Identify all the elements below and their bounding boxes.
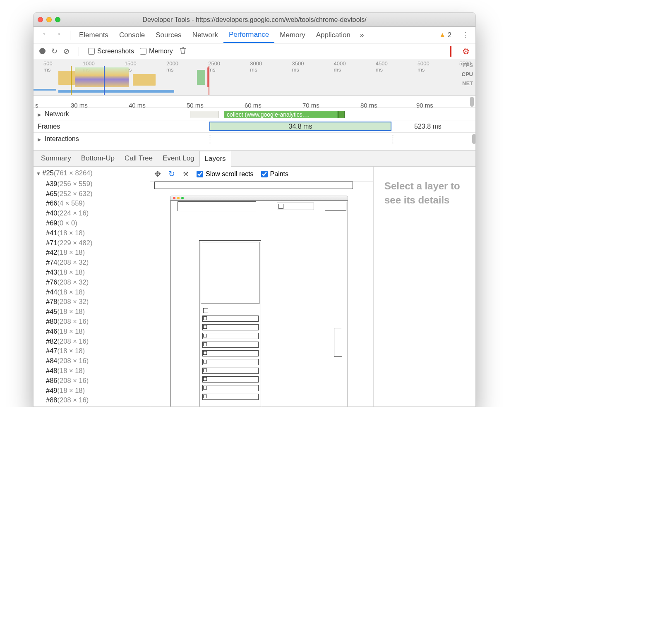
layer-tree-item[interactable]: #86(208 × 16) (34, 376, 150, 386)
ruler-tick: 80 ms (360, 102, 377, 109)
frame-off-label: 523.8 ms (414, 120, 442, 132)
tab-console[interactable]: Console (114, 27, 150, 43)
device-toggle-icon[interactable] (52, 30, 67, 40)
record-button[interactable] (39, 48, 46, 54)
frames-track[interactable]: Frames 34.8 ms 523.8 ms (34, 120, 475, 133)
layer-tree-item[interactable]: #25(761 × 8264) (34, 168, 150, 179)
settings-gear-icon[interactable]: ⚙ (462, 46, 470, 56)
divider (455, 31, 455, 40)
layers-canvas-toolbar: ✥ ↻ ⤧ Slow scroll rects Paints (150, 167, 373, 182)
tab-application[interactable]: Application (311, 27, 356, 43)
layer-tree-item[interactable]: #80(208 × 16) (34, 317, 150, 327)
slow-scroll-rects-checkbox[interactable]: Slow scroll rects (197, 170, 254, 178)
network-request-block[interactable]: collect (www.google-analytics.… (224, 111, 338, 118)
reload-icon[interactable]: ↻ (51, 47, 58, 56)
layer-tree-item[interactable]: #82(208 × 16) (34, 337, 150, 347)
main-tabbar: ElementsConsoleSourcesNetworkPerformance… (34, 27, 475, 43)
layer-tree[interactable]: #25(761 × 8264)#39(256 × 559)#65(252 × 6… (34, 167, 150, 406)
ruler-tick: 70 ms (302, 102, 319, 109)
ruler-tick: s (35, 102, 38, 109)
layer-tree-item[interactable]: #74(208 × 32) (34, 258, 150, 268)
tab-sources[interactable]: Sources (150, 27, 187, 43)
layer-tree-item[interactable]: #84(208 × 16) (34, 356, 150, 366)
divider (70, 31, 70, 40)
layer-tree-item[interactable]: #88(208 × 16) (34, 395, 150, 405)
network-idle-block (190, 111, 219, 118)
layer-tree-item[interactable]: #40(224 × 16) (34, 208, 150, 218)
reset-view-icon[interactable]: ⤧ (182, 169, 189, 179)
layer-tree-item[interactable]: #45(18 × 18) (34, 307, 150, 317)
titlebar: Developer Tools - https://developers.goo… (34, 13, 475, 27)
layer-tree-item[interactable]: #44(18 × 18) (34, 287, 150, 297)
svg-rect-2 (59, 33, 60, 34)
clear-icon[interactable]: ⊘ (63, 47, 70, 56)
memory-checkbox[interactable]: Memory (140, 48, 173, 55)
tab-elements[interactable]: Elements (74, 27, 114, 43)
garbage-collect-icon[interactable] (179, 46, 187, 56)
grip-icon[interactable] (392, 135, 394, 144)
rotate-icon[interactable]: ↻ (168, 169, 175, 179)
interactions-track[interactable]: Interactions (34, 133, 475, 145)
paints-checkbox[interactable]: Paints (261, 170, 288, 178)
layer-tree-item[interactable]: #46(18 × 18) (34, 327, 150, 337)
layer-tree-item[interactable]: #71(229 × 482) (34, 238, 150, 248)
warning-icon: ▲ (439, 31, 446, 39)
tab-performance[interactable]: Performance (223, 27, 274, 43)
tab-network[interactable]: Network (187, 27, 223, 43)
vertical-scrollbar-thumb[interactable] (472, 134, 476, 144)
network-request-tail (338, 111, 345, 118)
panel-tab-layers[interactable]: Layers (199, 151, 231, 167)
layer-tree-item[interactable]: #43(18 × 18) (34, 268, 150, 277)
window-title: Developer Tools - https://developers.goo… (34, 16, 475, 24)
ruler-tick: 30 ms (71, 102, 88, 109)
chevron-right-icon[interactable] (38, 135, 42, 143)
layers-canvas[interactable] (150, 182, 373, 406)
ruler-tick: 90 ms (416, 102, 433, 109)
timeline-ruler[interactable]: s30 ms40 ms50 ms60 ms70 ms80 ms90 ms (34, 96, 475, 108)
network-track[interactable]: Network collect (www.google-analytics.… (34, 108, 475, 120)
performance-toolbar: ↻ ⊘ Screenshots Memory ⚙ (34, 43, 475, 59)
layer-tree-item[interactable]: #48(18 × 18) (34, 366, 150, 376)
chevron-right-icon[interactable] (38, 110, 42, 118)
layer-tree-item[interactable]: #76(208 × 32) (34, 277, 150, 287)
layer-tree-item[interactable]: #41(18 × 18) (34, 228, 150, 238)
panel-tab-event-log[interactable]: Event Log (158, 151, 199, 166)
layer-tree-item[interactable]: #47(18 × 18) (34, 346, 150, 356)
timeline-overview[interactable]: 500 ms1000 ms1500 ms2000 ms2500 ms3000 m… (34, 59, 475, 96)
frame-block[interactable]: 34.8 ms (209, 122, 391, 131)
warnings-indicator[interactable]: ▲ 2 (439, 31, 451, 39)
panel-tab-bottom-up[interactable]: Bottom-Up (76, 151, 120, 166)
panel-tab-summary[interactable]: Summary (36, 151, 76, 166)
divider (79, 47, 79, 56)
layer-tree-item[interactable]: #50(18 × 18) (34, 405, 150, 406)
kebab-menu-icon[interactable]: ⋮ (458, 31, 472, 39)
ruler-tick: 50 ms (187, 102, 204, 109)
overview-lane-labels: FPS CPU NET (462, 61, 473, 88)
devtools-window: Developer Tools - https://developers.goo… (33, 12, 476, 407)
pan-icon[interactable]: ✥ (154, 169, 161, 179)
inspect-icon[interactable] (37, 30, 52, 40)
panel-tab-call-tree[interactable]: Call Tree (120, 151, 158, 166)
tab-memory[interactable]: Memory (274, 27, 310, 43)
vertical-scrollbar-thumb[interactable] (470, 97, 474, 107)
ruler-tick: 60 ms (245, 102, 262, 109)
warning-count: 2 (448, 31, 451, 39)
timeline-tracks: Network collect (www.google-analytics.… … (34, 108, 475, 145)
layers-canvas-pane: ✥ ↻ ⤧ Slow scroll rects Paints (150, 167, 374, 406)
layer-tree-item[interactable]: #78(208 × 32) (34, 297, 150, 307)
layer-tree-item[interactable]: #42(18 × 18) (34, 248, 150, 258)
ruler-tick: 40 ms (129, 102, 146, 109)
grip-icon[interactable] (209, 135, 211, 144)
analysis-panel-tabs: SummaryBottom-UpCall TreeEvent LogLayers (34, 150, 475, 167)
layers-panel: #25(761 × 8264)#39(256 × 559)#65(252 × 6… (34, 167, 475, 406)
layer-tree-item[interactable]: #69(0 × 0) (34, 218, 150, 228)
layer-tree-item[interactable]: #65(252 × 632) (34, 189, 150, 199)
divider (450, 46, 451, 57)
layer-tree-item[interactable]: #49(18 × 18) (34, 386, 150, 396)
screenshots-checkbox[interactable]: Screenshots (88, 48, 134, 55)
layer-details-empty: Select a layer to see its details (374, 167, 475, 406)
overview-activity (34, 67, 458, 95)
layer-tree-item[interactable]: #66(4 × 559) (34, 198, 150, 208)
layer-tree-item[interactable]: #39(256 × 559) (34, 179, 150, 189)
tabs-overflow-button[interactable]: » (356, 27, 368, 43)
